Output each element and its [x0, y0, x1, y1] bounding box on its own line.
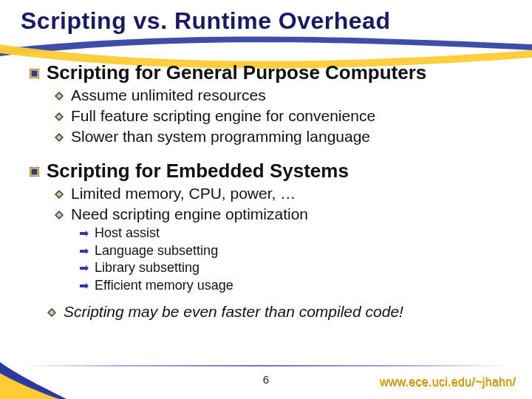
bullet-item: Slower than system programming language: [55, 127, 517, 146]
sub-bullet-text: Library subsetting: [95, 259, 200, 276]
square-bullet-icon: [30, 167, 39, 177]
svg-rect-2: [32, 71, 38, 77]
diamond-bullet-icon: [55, 112, 64, 121]
bullet-item: Assume unlimited resources: [55, 86, 517, 105]
slide-body: Scripting for General Purpose Computers …: [30, 56, 517, 321]
bullet-text: Limited memory, CPU, power, …: [71, 184, 296, 203]
svg-marker-18: [80, 265, 89, 271]
closing-text: Scripting may be even faster than compil…: [64, 302, 403, 321]
bullet-item: Need scripting engine optimization: [55, 205, 517, 224]
diamond-bullet-icon: [55, 133, 64, 142]
sub-bullet-item: Language subsetting: [80, 242, 517, 259]
diamond-bullet-icon: [55, 190, 64, 199]
bullet-text: Full feature scripting engine for conven…: [71, 106, 375, 126]
section-heading-text: Scripting for Embedded Systems: [47, 160, 349, 183]
diamond-bullet-icon: [55, 92, 64, 100]
footer-url: www.ece.uci.edu/~jhahn/: [380, 375, 516, 389]
bullet-item: Full feature scripting engine for conven…: [55, 106, 517, 126]
svg-marker-16: [80, 231, 89, 236]
closing-item: Scripting may be even faster than compil…: [47, 302, 517, 321]
section-heading: Scripting for General Purpose Computers: [30, 62, 517, 84]
section-heading-text: Scripting for General Purpose Computers: [47, 62, 426, 84]
diamond-bullet-icon: [47, 308, 56, 317]
sub-bullet-text: Host assist: [95, 225, 160, 242]
sub-bullet-text: Language subsetting: [95, 242, 218, 259]
svg-marker-17: [80, 248, 89, 254]
section-heading: Scripting for Embedded Systems: [30, 160, 517, 183]
diamond-bullet-icon: [55, 211, 64, 219]
square-bullet-icon: [30, 69, 39, 78]
sub-bullet-text: Efficient memory usage: [95, 277, 233, 294]
slide-title: Scripting vs. Runtime Overhead: [21, 7, 390, 35]
sub-bullet-item: Library subsetting: [80, 259, 517, 276]
bullet-text: Slower than system programming language: [71, 127, 370, 146]
svg-rect-11: [32, 168, 38, 174]
bullet-item: Limited memory, CPU, power, …: [55, 184, 517, 203]
bullet-text: Assume unlimited resources: [71, 86, 266, 105]
sub-bullet-item: Efficient memory usage: [80, 277, 517, 294]
arrow-bullet-icon: [80, 230, 89, 237]
sub-bullet-item: Host assist: [80, 225, 517, 242]
arrow-bullet-icon: [80, 282, 89, 290]
arrow-bullet-icon: [80, 248, 89, 255]
arrow-bullet-icon: [80, 265, 89, 272]
svg-marker-19: [80, 283, 89, 289]
bullet-text: Need scripting engine optimization: [71, 205, 308, 224]
footer-divider: [22, 365, 510, 366]
